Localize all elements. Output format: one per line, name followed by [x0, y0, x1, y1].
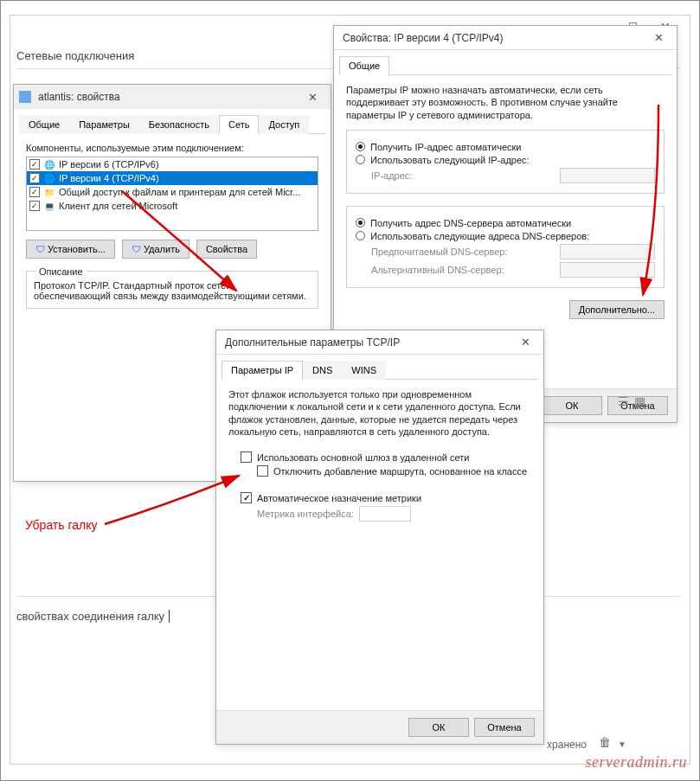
adv-intro: Этот флажок используется только при одно… [228, 388, 531, 438]
checkbox-msclient[interactable]: ✓ [29, 201, 40, 211]
adv-dialog-buttons: ОК Отмена [216, 710, 543, 744]
radio-auto-ip[interactable] [356, 142, 365, 151]
bg-header: Сетевые подключения [16, 49, 134, 62]
bg-bottom-text: свойствах соединения галку [16, 610, 170, 623]
radio-manual-ip[interactable] [356, 155, 365, 164]
protocol-icon: 🌐 [43, 158, 55, 170]
adv-tabs: Параметры IP DNS WINS [222, 360, 538, 380]
checkbox-fileshare[interactable]: ✓ [29, 187, 40, 197]
bg-trash-icon[interactable]: 🗑 [599, 735, 611, 749]
tab-access[interactable]: Доступ [259, 115, 309, 134]
ip-input [560, 168, 655, 183]
alt-dns-label: Альтернативный DNS-сервер: [371, 265, 560, 275]
description-legend: Описание [35, 266, 87, 277]
radio-manual-dns[interactable] [356, 231, 365, 240]
service-icon: 📁 [43, 186, 55, 198]
props-button-row: 🛡Установить... 🛡Удалить Свойства [26, 240, 318, 259]
props-titlebar: atlantis: свойства ✕ [14, 85, 331, 109]
pref-dns-label: Предпочитаемый DNS-сервер: [371, 246, 560, 257]
protocol-icon: 🌐 [43, 172, 55, 184]
list-item-file-sharing[interactable]: ✓ 📁 Общий доступ к файлам и принтерам дл… [27, 185, 318, 199]
watermark: serveradmin.ru [586, 753, 688, 771]
ipv4-close-btn[interactable]: ✕ [645, 29, 671, 47]
props-close-btn[interactable]: ✕ [299, 88, 325, 106]
ipv4-content: Параметры IP можно назначать автоматичес… [334, 75, 677, 328]
system-icon [19, 91, 31, 103]
props-content: Компоненты, используемые этим подключени… [14, 134, 331, 317]
checkbox-ipv6[interactable]: ✓ [29, 159, 40, 170]
list-view-icon[interactable]: ☰ [618, 394, 629, 408]
view-icons: ☰ ▦ [618, 394, 645, 408]
ipv4-ok-button[interactable]: ОК [542, 396, 602, 415]
install-button[interactable]: 🛡Установить... [26, 240, 115, 259]
description-group: Описание Протокол TCP/IP. Стандартный пр… [26, 271, 318, 309]
checkbox-disable-route[interactable] [257, 465, 268, 477]
ip-label: IP-адрес: [371, 170, 560, 181]
tab-ipv4-general[interactable]: Общие [339, 56, 389, 75]
checkbox-auto-metric[interactable] [241, 492, 252, 503]
props-title: atlantis: свойства [35, 91, 299, 103]
ipv4-tabs: Общие [339, 55, 671, 75]
components-label: Компоненты, используемые этим подключени… [26, 143, 318, 153]
list-item-ipv4[interactable]: ✓ 🌐 IP версии 4 (TCP/IPv4) [27, 171, 318, 185]
checkbox-ipv4[interactable]: ✓ [29, 173, 40, 183]
adv-content: Этот флажок используется только при одно… [216, 380, 543, 533]
bg-bottom-status: хранено [547, 739, 587, 751]
detail-view-icon[interactable]: ▦ [634, 394, 645, 408]
metric-input [359, 506, 411, 522]
alt-dns-input [560, 262, 655, 278]
adv-close-btn[interactable]: ✕ [512, 334, 538, 351]
metric-label: Метрика интерфейса: [257, 509, 354, 519]
ipv4-intro: Параметры IP можно назначать автоматичес… [346, 84, 665, 121]
adv-ok-button[interactable]: ОК [408, 718, 469, 737]
ipv4-titlebar: Свойства: IP версии 4 (TCP/IPv4) ✕ [334, 26, 677, 50]
tab-network[interactable]: Сеть [219, 115, 259, 134]
list-item-ms-client[interactable]: ✓ 💻 Клиент для сетей Microsoft [27, 199, 318, 213]
components-list[interactable]: ✓ 🌐 IP версии 6 (TCP/IPv6) ✓ 🌐 IP версии… [26, 157, 318, 231]
shield-icon: 🛡 [35, 244, 45, 254]
props-tabs: Общие Параметры Безопасность Сеть Доступ [19, 114, 325, 134]
bg-dropdown-arrow[interactable]: ▼ [618, 739, 626, 749]
pref-dns-input [560, 244, 655, 259]
tab-ip-params[interactable]: Параметры IP [222, 361, 303, 380]
ip-group: Получить IP-адрес автоматически Использо… [346, 130, 665, 194]
tab-params[interactable]: Параметры [69, 115, 139, 134]
tab-general[interactable]: Общие [19, 115, 69, 134]
advanced-tcpip-dialog: Дополнительные параметры TCP/IP ✕ Параме… [215, 330, 544, 745]
client-icon: 💻 [43, 200, 55, 212]
list-item-ipv6[interactable]: ✓ 🌐 IP версии 6 (TCP/IPv6) [27, 157, 318, 171]
tab-wins[interactable]: WINS [342, 361, 386, 380]
adv-title: Дополнительные параметры TCP/IP [222, 336, 512, 349]
ipv4-title: Свойства: IP версии 4 (TCP/IPv4) [339, 32, 645, 44]
radio-auto-dns[interactable] [356, 218, 365, 227]
advanced-button[interactable]: Дополнительно... [569, 300, 665, 319]
tab-dns[interactable]: DNS [303, 361, 342, 380]
uninstall-button[interactable]: 🛡Удалить [122, 240, 189, 259]
tab-security[interactable]: Безопасность [139, 115, 219, 134]
adv-cancel-button[interactable]: Отмена [474, 718, 535, 737]
dns-group: Получить адрес DNS-сервера автоматически… [346, 206, 665, 288]
checkbox-use-gateway[interactable] [241, 451, 252, 463]
properties-button[interactable]: Свойства [196, 240, 257, 259]
adv-titlebar: Дополнительные параметры TCP/IP ✕ [216, 330, 543, 355]
description-text: Протокол TCP/IP. Стандартный проток сете… [34, 280, 311, 301]
shield-icon: 🛡 [132, 244, 141, 254]
